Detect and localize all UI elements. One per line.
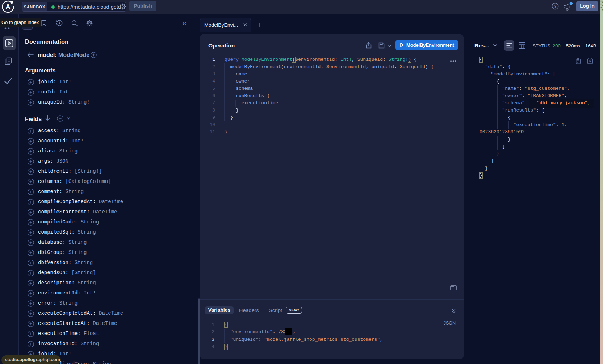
- svg-text:A: A: [5, 3, 11, 11]
- svg-text:?: ?: [554, 4, 557, 8]
